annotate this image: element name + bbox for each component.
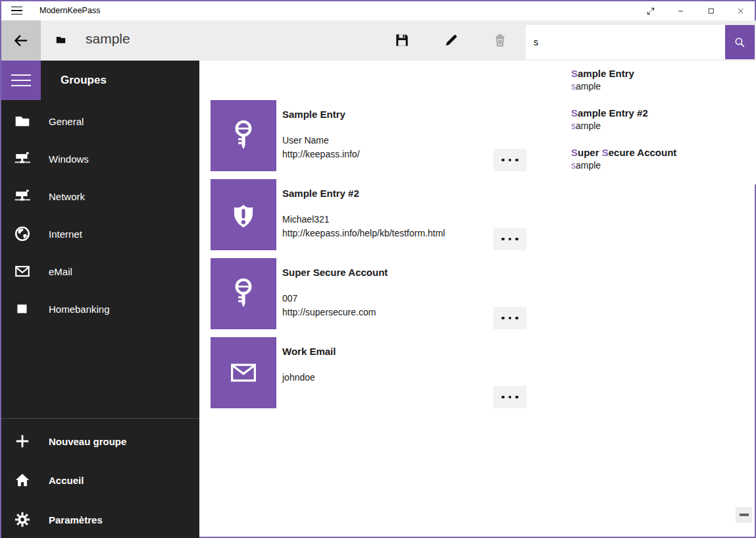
new-group-button[interactable]: Nouveau groupe bbox=[1, 423, 199, 460]
more-options-button[interactable] bbox=[493, 386, 526, 408]
entry-tile[interactable] bbox=[211, 337, 276, 408]
sidebar-item-internet[interactable]: Internet bbox=[1, 215, 199, 252]
search-suggestion[interactable]: Sample Entry sample bbox=[571, 67, 749, 100]
entry-row[interactable]: Sample Entry User Name http://keepass.in… bbox=[211, 100, 526, 171]
sidebar-item-windows[interactable]: Windows bbox=[1, 140, 199, 177]
key-icon bbox=[226, 119, 261, 153]
search-button[interactable] bbox=[725, 25, 755, 59]
entry-tile[interactable] bbox=[211, 100, 276, 171]
entry-row[interactable]: Work Email johndoe bbox=[211, 337, 526, 408]
back-button[interactable] bbox=[1, 20, 41, 61]
fullscreen-button[interactable] bbox=[636, 1, 666, 20]
ellipsis-icon bbox=[501, 396, 505, 399]
networked-computer-icon bbox=[14, 188, 31, 205]
envelope-icon bbox=[14, 263, 31, 280]
sidebar-item-label: Homebanking bbox=[49, 304, 110, 315]
sidebar-item-label: Paramètres bbox=[49, 514, 103, 525]
entry-title: Sample Entry #2 bbox=[282, 188, 359, 199]
entry-tile[interactable] bbox=[211, 258, 276, 329]
arrow-left-icon bbox=[13, 32, 30, 49]
search-suggestion[interactable]: Super Secure Account sample bbox=[571, 146, 749, 179]
sidebar-item-label: Nouveau groupe bbox=[49, 436, 126, 447]
entry-url: http://keepass.info/help/kb/testform.htm… bbox=[282, 227, 445, 240]
minus-icon bbox=[740, 514, 749, 516]
entry-title: Super Secure Account bbox=[282, 267, 388, 278]
more-options-button[interactable] bbox=[493, 228, 526, 250]
entry-title: Sample Entry bbox=[282, 109, 345, 120]
entry-url: http://supersecure.com bbox=[282, 306, 376, 319]
suggestion-title: Super Secure Account bbox=[571, 146, 749, 159]
entry-username: johndoe bbox=[282, 371, 315, 385]
folder-icon bbox=[14, 113, 31, 130]
delete-button[interactable] bbox=[484, 24, 516, 56]
folder-icon bbox=[55, 34, 66, 45]
search-input[interactable] bbox=[534, 25, 721, 59]
settings-button[interactable]: Paramètres bbox=[1, 501, 199, 538]
trash-icon bbox=[493, 33, 507, 47]
ellipsis-icon bbox=[501, 317, 505, 320]
sidebar-item-label: Windows bbox=[49, 153, 89, 165]
app-title: ModernKeePass bbox=[39, 6, 100, 15]
minimize-icon bbox=[676, 7, 686, 16]
search-box bbox=[526, 25, 725, 59]
globe-icon bbox=[14, 225, 31, 242]
shield-exclamation-icon bbox=[226, 198, 261, 232]
more-options-button[interactable] bbox=[493, 149, 526, 171]
more-options-button[interactable] bbox=[493, 307, 526, 329]
entry-row[interactable]: Sample Entry #2 Michael321 http://keepas… bbox=[211, 179, 526, 250]
floppy-disk-icon bbox=[395, 33, 409, 47]
maximize-icon bbox=[707, 7, 716, 16]
edit-button[interactable] bbox=[436, 24, 467, 56]
entry-username: User Name bbox=[282, 134, 360, 148]
suggestion-subtitle: sample bbox=[571, 119, 749, 133]
entry-title: Work Email bbox=[282, 346, 336, 357]
entry-url: http://keepass.info/ bbox=[282, 148, 360, 161]
key-icon bbox=[226, 277, 261, 311]
sidebar-item-label: General bbox=[49, 116, 84, 127]
close-icon bbox=[736, 7, 745, 16]
hamburger-button[interactable] bbox=[1, 61, 41, 100]
search-suggestions: Sample Entry sample Sample Entry #2 samp… bbox=[526, 61, 756, 184]
minimize-button[interactable] bbox=[666, 1, 696, 20]
home-icon bbox=[14, 471, 31, 489]
app-window: ModernKeePass sample bbox=[0, 0, 756, 538]
home-button[interactable]: Accueil bbox=[1, 462, 199, 498]
entry-username: Michael321 bbox=[282, 213, 445, 227]
entry-tile[interactable] bbox=[211, 179, 276, 250]
plus-icon bbox=[14, 433, 31, 450]
search-suggestion[interactable]: Sample Entry #2 sample bbox=[571, 107, 749, 140]
titlebar: ModernKeePass bbox=[1, 1, 755, 20]
sidebar-item-email[interactable]: eMail bbox=[1, 253, 199, 290]
pencil-icon bbox=[444, 33, 459, 47]
suggestion-title: Sample Entry #2 bbox=[571, 107, 749, 119]
sidebar-item-label: eMail bbox=[49, 266, 72, 277]
maximize-button[interactable] bbox=[696, 1, 726, 20]
diagonal-resize-arrows-icon bbox=[646, 7, 655, 16]
gear-icon bbox=[14, 511, 31, 528]
titlebar-menu-icon[interactable] bbox=[11, 6, 22, 15]
entry-username: 007 bbox=[282, 292, 376, 306]
magnifier-icon bbox=[734, 36, 746, 49]
networked-computer-icon bbox=[14, 150, 31, 167]
sidebar-item-label: Internet bbox=[49, 229, 82, 240]
save-button[interactable] bbox=[386, 24, 418, 56]
close-button[interactable] bbox=[726, 1, 756, 20]
sidebar-item-homebanking[interactable]: Homebanking bbox=[1, 290, 199, 327]
suggestion-subtitle: sample bbox=[571, 159, 749, 173]
filled-square-icon bbox=[14, 300, 31, 317]
ellipsis-icon bbox=[501, 159, 505, 162]
sidebar-item-label: Accueil bbox=[49, 475, 84, 486]
sidebar-heading: Groupes bbox=[61, 74, 107, 87]
sidebar: Groupes General Windows Network Internet… bbox=[1, 61, 199, 538]
database-title: sample bbox=[86, 31, 130, 47]
ellipsis-icon bbox=[501, 238, 505, 241]
suggestion-subtitle: sample bbox=[571, 80, 749, 94]
entry-row[interactable]: Super Secure Account 007 http://supersec… bbox=[211, 258, 526, 329]
sidebar-item-network[interactable]: Network bbox=[1, 178, 199, 215]
sidebar-divider bbox=[1, 418, 199, 419]
suggestion-title: Sample Entry bbox=[571, 67, 749, 80]
zoom-out-button[interactable] bbox=[736, 507, 752, 523]
sidebar-item-general[interactable]: General bbox=[1, 103, 199, 140]
envelope-icon bbox=[226, 356, 261, 390]
sidebar-item-label: Network bbox=[49, 191, 85, 202]
